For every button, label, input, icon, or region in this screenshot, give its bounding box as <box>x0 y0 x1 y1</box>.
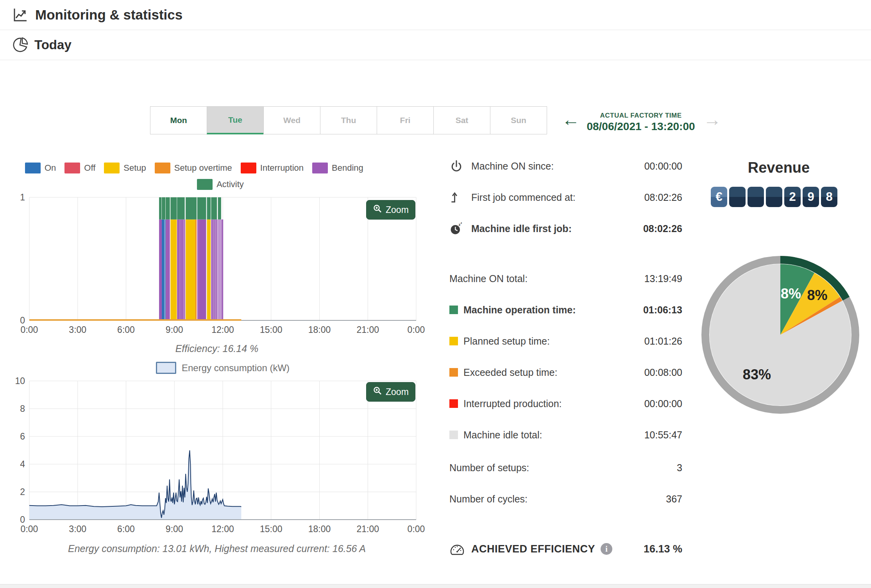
magnifier-plus-icon <box>373 386 382 398</box>
energy-legend: Energy consumption (kW) <box>29 362 416 374</box>
svg-text:12:00: 12:00 <box>211 524 234 534</box>
revenue-digit-2 <box>766 187 782 207</box>
svg-text:0: 0 <box>20 315 25 325</box>
stat-row-number-of-cycles: Number of cycles:367 <box>449 491 682 507</box>
previous-day-arrow[interactable]: ← <box>562 111 580 129</box>
stat-label: Number of cycles: <box>449 493 528 505</box>
legend-interruption-label: Interruption <box>260 163 304 173</box>
tab-mon[interactable]: Mon <box>150 106 207 134</box>
stat-label: Exceeded setup time: <box>463 367 557 378</box>
tab-sun[interactable]: Sun <box>490 106 547 134</box>
energy-legend-label: Energy consumption (kW) <box>182 363 290 374</box>
svg-text:21:00: 21:00 <box>356 524 379 534</box>
legend-setup-overtime-swatch <box>155 163 170 173</box>
stat-row-machine-on-since: Machine ON since:00:00:00 <box>449 158 682 174</box>
stat-row-planned-setup-time: Planned setup time:01:01:26 <box>449 333 682 349</box>
svg-text:15:00: 15:00 <box>260 325 283 335</box>
baseline-on-indicator <box>29 319 241 321</box>
legend-activity: Activity <box>197 179 244 190</box>
stat-row-machine-on-total: Machine ON total:13:19:49 <box>449 271 682 286</box>
legend-off-label: Off <box>84 163 95 173</box>
stat-value: 01:06:13 <box>643 304 682 316</box>
factory-time-label: ACTUAL FACTORY TIME <box>582 112 699 120</box>
stat-value: 367 <box>666 493 682 505</box>
state-legend: OnOffSetupSetup overtimeInterruptionBend… <box>25 163 363 173</box>
legend-setup-overtime: Setup overtime <box>155 163 232 173</box>
svg-text:9:00: 9:00 <box>166 325 183 335</box>
tab-tue[interactable]: Tue <box>207 106 264 134</box>
stat-label: Machine idle total: <box>463 429 542 441</box>
legend-setup: Setup <box>104 163 146 173</box>
activity-segments <box>159 197 221 220</box>
svg-text:6: 6 <box>20 431 25 441</box>
svg-text:0:00: 0:00 <box>408 325 425 335</box>
svg-text:0:00: 0:00 <box>21 524 38 534</box>
legend-interruption: Interruption <box>241 163 304 173</box>
page-title: Monitoring & statistics <box>35 7 182 23</box>
revenue-digit-3: 2 <box>784 187 801 207</box>
stat-swatch <box>449 368 458 377</box>
svg-text:10: 10 <box>15 376 25 386</box>
energy-zoom-button[interactable]: Zoom <box>366 382 415 402</box>
stat-row-interrupted-production: Interrupted production:00:00:00 <box>449 396 682 411</box>
revenue-digit-5: 8 <box>821 187 837 207</box>
svg-text:15:00: 15:00 <box>260 524 283 534</box>
tab-wed[interactable]: Wed <box>263 106 320 134</box>
tab-sat[interactable]: Sat <box>433 106 490 134</box>
svg-text:18:00: 18:00 <box>308 325 331 335</box>
state-segments <box>159 220 223 320</box>
stat-value: 00:08:00 <box>644 367 682 378</box>
legend-off: Off <box>64 163 95 173</box>
today-section-header: Today <box>0 30 871 60</box>
info-icon[interactable]: i <box>601 543 612 555</box>
legend-setup-swatch <box>104 163 120 173</box>
power-icon <box>449 158 466 174</box>
stat-row-machine-operation-time: Machine operation time:01:06:13 <box>449 302 682 318</box>
revenue-digit-4: 9 <box>803 187 819 207</box>
svg-text:0:00: 0:00 <box>21 325 38 335</box>
line-chart-icon <box>12 6 29 23</box>
stat-value: 13:19:49 <box>644 273 682 284</box>
tab-thu[interactable]: Thu <box>320 106 377 134</box>
revenue-title: Revenue <box>720 159 837 176</box>
next-day-arrow[interactable]: → <box>703 111 721 129</box>
stat-row-first-job-commenced-at: First job commenced at:08:02:26 <box>449 189 682 205</box>
legend-interruption-swatch <box>241 163 256 173</box>
stat-label: Machine idle first job: <box>471 223 572 234</box>
energy-area <box>29 450 241 520</box>
energy-legend-swatch <box>156 362 176 374</box>
stat-label: Machine ON total: <box>449 273 528 284</box>
stat-label: Planned setup time: <box>463 336 550 347</box>
tab-fri[interactable]: Fri <box>377 106 434 134</box>
legend-on: On <box>25 163 56 173</box>
stat-row-exceeded-setup-time: Exceeded setup time:00:08:00 <box>449 365 682 380</box>
time-distribution-pie-chart: 8%8%83% <box>699 253 861 417</box>
stat-row-number-of-setups: Number of setups:3 <box>449 460 682 475</box>
stat-value: 08:02:26 <box>643 223 682 234</box>
euro-currency-box: € <box>711 187 727 207</box>
legend-bending: Bending <box>312 163 363 173</box>
magnifier-plus-icon <box>373 204 382 216</box>
legend-on-swatch <box>25 163 41 173</box>
pie-label-1: 8% <box>807 287 827 303</box>
timeline-zoom-button[interactable]: Zoom <box>366 200 415 220</box>
efficiency-caption: Efficiency: 16.14 % <box>8 343 426 354</box>
legend-bending-label: Bending <box>332 163 363 173</box>
app-header: Monitoring & statistics <box>0 0 871 30</box>
svg-text:9:00: 9:00 <box>166 524 183 534</box>
svg-text:18:00: 18:00 <box>308 524 331 534</box>
day-tabs: MonTueWedThuFriSatSun <box>150 106 547 134</box>
factory-time-value: 08/06/2021 - 13:20:00 <box>582 120 699 133</box>
stat-row-machine-idle-first-job: zzMachine idle first job:08:02:26 <box>449 221 682 236</box>
stat-value: 00:00:00 <box>644 161 682 172</box>
stat-label: Machine ON since: <box>471 161 554 172</box>
zoom-button-label: Zoom <box>386 387 409 397</box>
svg-text:6:00: 6:00 <box>117 325 135 335</box>
first-job-icon <box>449 189 466 205</box>
svg-text:4: 4 <box>20 459 25 469</box>
legend-activity-label: Activity <box>216 179 244 189</box>
stat-label: Number of setups: <box>449 462 529 474</box>
legend-setup-label: Setup <box>123 163 146 173</box>
stat-value: 08:02:26 <box>644 192 682 203</box>
energy-consumption-chart: 0:003:006:009:0012:0015:0018:0021:000:00… <box>8 376 426 536</box>
